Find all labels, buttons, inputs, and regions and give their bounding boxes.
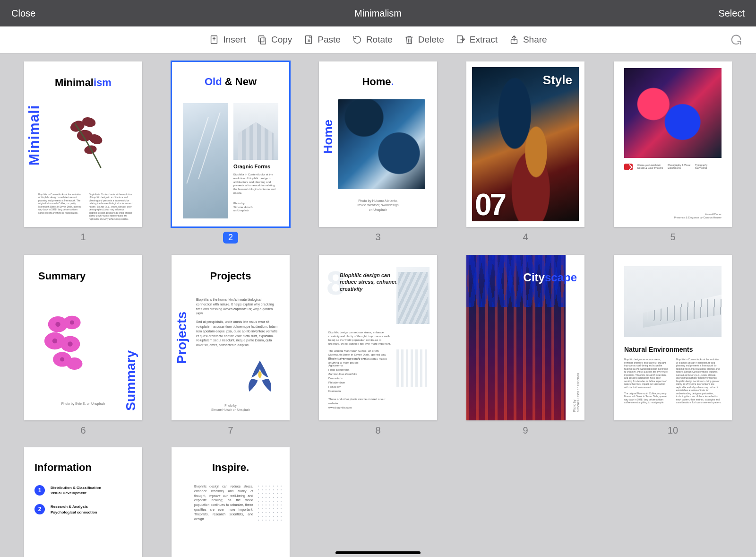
body-columns: Biophilia in Context looks at the evolut… xyxy=(38,193,133,221)
page-thumbnail-4[interactable]: Style 07 xyxy=(466,61,584,227)
undo-icon xyxy=(730,33,743,46)
share-button[interactable]: Share xyxy=(509,35,547,45)
page-thumbnail-1[interactable]: Minimalism Minimali Biophilia in Context… xyxy=(24,61,142,227)
svg-point-22 xyxy=(258,371,261,378)
orchid-image xyxy=(36,307,98,387)
quote: Biophilic design can reduce stress, enha… xyxy=(340,272,401,292)
rotate-icon xyxy=(352,35,362,45)
style-label: Style xyxy=(543,73,572,87)
paste-icon xyxy=(303,35,314,45)
svg-point-18 xyxy=(70,320,74,324)
page-cell-10: Natural Environments Biophilic design ca… xyxy=(609,255,737,436)
abstract-image xyxy=(338,99,425,189)
photo-credit: Photo by Evie S. on Unsplash xyxy=(24,402,142,405)
copy-button[interactable]: Copy xyxy=(257,35,292,45)
page-thumbnail-11[interactable]: Information ation 1Distribution & Classi… xyxy=(24,447,142,557)
svg-point-21 xyxy=(60,357,64,361)
heading: Natural Environments xyxy=(624,346,693,353)
insert-label: Insert xyxy=(223,35,246,45)
delete-button[interactable]: Delete xyxy=(404,35,444,45)
plant-list: Plants that are commonly used: Aglaonema… xyxy=(328,357,395,410)
page-thumbnail-12[interactable]: Inspire. ire Biophilic design can reduce… xyxy=(172,447,290,557)
photo-credit: Photo by Simone Hutsch on Unsplash xyxy=(172,404,290,412)
texture-image xyxy=(396,349,430,387)
select-button[interactable]: Select xyxy=(718,8,745,19)
page-number: 3 xyxy=(375,232,380,243)
page-cell-11: Information ation 1Distribution & Classi… xyxy=(19,447,147,557)
delete-label: Delete xyxy=(418,35,444,45)
page-number: 6 xyxy=(80,425,86,436)
page-cell-8: 8 Biophilic design can reduce stress, en… xyxy=(314,255,442,436)
page-number: 9 xyxy=(523,425,528,436)
page-thumbnail-3[interactable]: Home. Home Photo by Hutomo Abrianto, Ins… xyxy=(319,61,437,227)
iris-image xyxy=(239,354,281,397)
toolbar: Insert Copy Paste Rotate Delete Extract … xyxy=(0,26,756,53)
page-title: Old & New xyxy=(172,76,290,88)
page-cell-12: Inspire. ire Biophilic design can reduce… xyxy=(166,447,295,557)
caption: Award-Winner Presence & Elegance by Camr… xyxy=(674,213,722,219)
document-title: Minimalism xyxy=(354,8,402,19)
page-title: Summary xyxy=(38,270,86,282)
page-thumbnail-10[interactable]: Natural Environments Biophilic design ca… xyxy=(614,255,732,420)
page-thumbnail-5[interactable]: Create your own book Design & Color Syst… xyxy=(614,61,732,227)
svg-point-10 xyxy=(84,145,97,155)
title-bar: Close Minimalism Select xyxy=(0,0,756,26)
page-cell-7: Projects Projects Biophilia is the human… xyxy=(166,255,295,436)
svg-point-20 xyxy=(68,341,72,346)
architecture-image-left xyxy=(183,103,228,218)
page-thumbnail-2[interactable]: Old & New Oragnic Forms Biophilia in Con… xyxy=(172,61,290,227)
page-number: 5 xyxy=(670,232,675,243)
rose-image xyxy=(62,109,114,175)
svg-point-19 xyxy=(52,339,57,343)
page-cell-6: Summary Summary Photo by Evie S. on Unsp… xyxy=(19,255,147,436)
page-title: Information xyxy=(34,461,92,474)
svg-point-17 xyxy=(55,322,60,327)
page-grid: Minimalism Minimali Biophilia in Context… xyxy=(0,53,756,557)
share-label: Share xyxy=(523,35,547,45)
share-icon xyxy=(509,35,519,45)
insert-button[interactable]: Insert xyxy=(209,35,246,45)
page-thumbnail-6[interactable]: Summary Summary Photo by Evie S. on Unsp… xyxy=(24,255,142,420)
copy-icon xyxy=(257,35,267,45)
paste-label: Paste xyxy=(318,35,341,45)
page-number-selected: 2 xyxy=(223,232,238,244)
page-number: 4 xyxy=(523,232,528,243)
svg-rect-1 xyxy=(260,38,266,44)
dot-pattern xyxy=(257,484,283,522)
body-text: Biophilia is the humankind's innate biol… xyxy=(196,297,278,351)
page-cell-2: Old & New Oragnic Forms Biophilia in Con… xyxy=(166,61,295,244)
page-cell-5: Create your own book Design & Color Syst… xyxy=(609,61,737,244)
insert-icon xyxy=(209,35,219,45)
rotate-button[interactable]: Rotate xyxy=(352,35,393,45)
side-text: Minimali xyxy=(26,105,42,165)
subtitle: Oragnic Forms xyxy=(233,164,278,169)
undo-button[interactable] xyxy=(730,33,743,46)
extract-label: Extract xyxy=(470,35,498,45)
trash-icon xyxy=(404,35,414,45)
close-button[interactable]: Close xyxy=(11,8,35,19)
page-thumbnail-8[interactable]: 8 Biophilic design can reduce stress, en… xyxy=(319,255,437,420)
page-title: Minimalism xyxy=(24,77,142,89)
numbered-list: 1Distribution & ClassificationVisual Dev… xyxy=(34,485,119,523)
description: Biophilia in Context looks at the evolut… xyxy=(233,173,278,195)
svg-point-16 xyxy=(67,357,83,370)
page-big-number: 07 xyxy=(475,187,505,222)
body-columns: Biophilic design can reduce stress, enha… xyxy=(624,358,722,404)
page-cell-9: Cityscape Photo by Simone Hutsch on Unsp… xyxy=(461,255,590,436)
logo-icon xyxy=(624,164,633,170)
page-title: Home. xyxy=(319,76,437,88)
body-text: Biophilic design can reduce stress, enha… xyxy=(194,484,253,521)
page-thumbnail-9[interactable]: Cityscape Photo by Simone Hutsch on Unsp… xyxy=(466,255,584,420)
extract-icon xyxy=(455,35,466,45)
page-number: 8 xyxy=(375,425,380,436)
page-number: 7 xyxy=(228,425,233,436)
page-cell-1: Minimalism Minimali Biophilia in Context… xyxy=(19,61,147,244)
extract-button[interactable]: Extract xyxy=(455,35,498,45)
page-thumbnail-7[interactable]: Projects Projects Biophilia is the human… xyxy=(172,255,290,420)
architecture-image-right xyxy=(233,103,278,160)
paste-button[interactable]: Paste xyxy=(303,35,341,45)
info-row: Create your own book Design & Color Syst… xyxy=(624,164,722,170)
rotate-label: Rotate xyxy=(366,35,393,45)
page-title: Inspire. xyxy=(172,461,290,474)
home-indicator xyxy=(335,551,421,554)
